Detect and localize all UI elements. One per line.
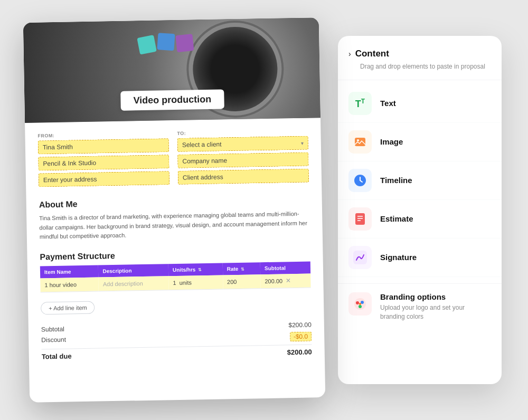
svg-rect-0 [355,138,365,146]
branding-text: Branding options Upload your logo and se… [380,292,491,321]
sidebar-header-top: › Content [348,49,491,59]
logo-block-teal [137,35,157,55]
total-row: Total due $200.00 [42,344,312,362]
proposal-panel: Video production FROM: Tina Smith Pencil… [23,17,325,403]
content-item-timeline[interactable]: Timeline [338,161,502,200]
discount-label: Discount [41,336,66,346]
text-item-label: Text [380,99,396,108]
text-icon-graphic: TT [355,98,365,109]
branding-description: Upload your logo and set your branding c… [380,303,491,321]
discount-value[interactable]: -$0.0 [290,331,312,341]
logo-block-purple [175,34,194,52]
to-company-field[interactable]: Company name [177,152,308,168]
timeline-icon [348,169,372,192]
cell-item[interactable]: 1 hour video [40,277,99,292]
svg-rect-3 [355,213,365,225]
to-column: TO: Select a client ▾ Company name Clien… [177,129,309,187]
about-text: Tina Smith is a director of brand market… [39,209,310,242]
content-sidebar: › Content Drag and drop elements to past… [338,36,502,384]
signature-icon [348,246,372,269]
image-item-label: Image [380,137,403,146]
from-to-section: FROM: Tina Smith Pencil & Ink Studio Ent… [37,129,309,190]
remove-row-icon[interactable]: ✕ [286,277,291,284]
cell-subtotal: 200.00 ✕ [260,273,310,288]
signature-item-label: Signature [380,253,417,262]
payment-table: Item Name Description Units/hrs ⇅ Rate ⇅… [40,261,311,292]
payment-heading: Payment Structure [40,247,310,262]
col-description: Description [98,264,168,277]
about-heading: About Me [39,196,309,210]
branding-icon [348,292,372,316]
branding-icon-svg [353,297,367,311]
sidebar-title: Content [355,49,389,59]
svg-point-11 [359,305,362,308]
from-label: FROM: [37,131,168,138]
content-item-text[interactable]: TT Text [338,84,502,123]
sidebar-header: › Content Drag and drop elements to past… [338,49,502,80]
collapse-icon[interactable]: › [348,50,351,58]
estimate-icon [348,207,372,231]
proposal-title: Video production [120,89,224,110]
to-client-text: Select a client [182,140,222,148]
svg-point-12 [359,303,361,305]
to-address-field[interactable]: Client address [178,169,309,185]
cell-description[interactable]: Add description [99,276,169,291]
cell-rate[interactable]: 200 [223,274,261,289]
timeline-item-label: Timeline [380,176,412,185]
col-units: Units/hrs ⇅ [168,263,223,276]
from-address-field[interactable]: Enter your address [39,171,169,187]
total-value: $200.00 [287,348,312,356]
col-subtotal: Subtotal [260,261,310,274]
subtotal-value: $200.00 [288,321,312,329]
sidebar-subtitle: Drag and drop elements to paste in propo… [348,62,491,71]
content-item-image[interactable]: Image [338,123,502,161]
from-company-field[interactable]: Pencil & Ink Studio [38,155,169,170]
to-label: TO: [177,129,308,136]
timeline-icon-svg [353,174,367,187]
branding-section[interactable]: Branding options Upload your logo and se… [338,283,502,330]
image-icon-svg [354,136,366,148]
content-items-list: TT Text Image Timeline [338,80,502,281]
signature-icon-svg [353,251,367,264]
total-label: Total due [42,352,72,360]
branding-title: Branding options [380,292,491,301]
logo-block-blue [157,33,175,51]
image-icon [348,130,372,154]
estimate-item-label: Estimate [380,214,413,223]
content-item-signature[interactable]: Signature [338,238,502,277]
svg-point-1 [357,139,359,141]
cell-units: 1 units [168,275,223,290]
col-item-name: Item Name [40,265,99,278]
col-rate: Rate ⇅ [222,262,260,275]
add-line-button[interactable]: + Add line item [41,301,95,314]
text-icon: TT [348,92,372,115]
proposal-header: Video production [23,17,320,123]
dropdown-arrow-icon: ▾ [301,140,304,146]
from-name-field[interactable]: Tina Smith [38,138,169,154]
svg-point-9 [356,301,359,304]
from-column: FROM: Tina Smith Pencil & Ink Studio Ent… [37,131,169,189]
svg-point-10 [361,301,364,304]
logo-blocks [138,35,194,53]
subtotal-label: Subtotal [41,325,64,333]
summary-section: Subtotal $200.00 Discount -$0.0 Total du… [41,319,312,362]
estimate-icon-svg [353,212,367,226]
proposal-body: FROM: Tina Smith Pencil & Ink Studio Ent… [25,118,325,403]
to-client-field[interactable]: Select a client ▾ [177,136,308,152]
logo-container [138,35,194,53]
content-item-estimate[interactable]: Estimate [338,200,502,238]
description-input: Add description [103,280,143,287]
